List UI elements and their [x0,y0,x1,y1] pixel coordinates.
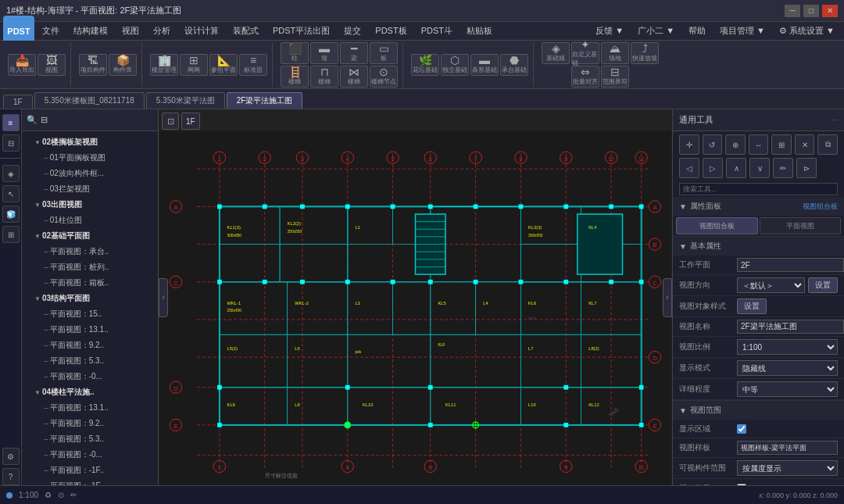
view-icon-offset[interactable]: ⊳ [796,158,817,178]
tree-item-01view[interactable]: ─01平面搁板视图 [22,150,158,166]
tree-item-s0[interactable]: ─平面视图：-0... [22,369,158,384]
panel-viewname-input[interactable] [737,320,844,334]
tree-item-c0[interactable]: ─平面视图：-0... [22,447,158,463]
toolbar-ref-plane-btn[interactable]: 📐 参照平面 [209,54,238,76]
strip-3d-btn[interactable]: 🧊 [2,206,20,223]
tree-item-s13[interactable]: ─平面视图：13.1.. [22,322,158,338]
panel-workplane-input[interactable] [737,258,844,272]
menu-system[interactable]: ⚙ 系统设置 ▼ [773,23,841,38]
panel-showregion-checkbox[interactable] [737,424,746,434]
status-snap[interactable]: ⊙ [58,491,64,499]
menu-help[interactable]: 帮助 [682,23,712,38]
toolbar-batch-align-btn[interactable]: ⇔ 批量对齐 [571,66,599,88]
strip-bottom-btn2[interactable]: ? [2,468,20,485]
tree-group-02[interactable]: ▼ 02楼搁板架视图 [22,134,158,150]
view-icon-scale[interactable]: ⊕ [725,134,746,155]
menu-analysis[interactable]: 分析 [147,23,177,38]
menu-clipboard[interactable]: 粘贴板 [460,23,499,38]
left-panel-collapse-btn[interactable]: › [159,278,168,317]
toolbar-slab-btn[interactable]: ▭ 板 [370,42,398,64]
toolbar-import-btn[interactable]: 📥 导入导出 [8,54,36,76]
menu-structure[interactable]: 结构建模 [67,23,114,38]
toolbar-isolated-btn[interactable]: ⬡ 独立基础 [441,54,469,76]
menu-design[interactable]: 设计计算 [178,23,225,38]
toolbar-grid-btn[interactable]: ⊞ 网网 [180,54,208,76]
toolbar-custom-foundation-btn[interactable]: ◈ 基础规 [542,42,570,64]
canvas-area[interactable]: ⊡ 1F [159,109,672,485]
tree-item-boxslab[interactable]: ─平面视图：箱板.. [22,275,158,291]
panel-objstyle-btn[interactable]: 设置 [737,298,767,314]
strip-section-btn[interactable]: ⊞ [2,226,20,243]
panel-detail-select[interactable]: 中等 [737,381,838,397]
toolbar-strip-btn[interactable]: ▬ 条形基础 [470,54,499,76]
tab-slab[interactable]: 5.350米搂板图_08211718 [34,92,145,109]
tree-group-03struct[interactable]: ▼ 03结构平面图 [22,291,158,306]
tree-item-pilecap[interactable]: ─平面视图：承台.. [22,244,158,259]
toolbar-column-btn[interactable]: ⬛ 柱 [281,42,309,64]
menu-file[interactable]: 文件 [36,23,66,38]
right-panel-search-input[interactable] [679,183,838,195]
toolbar-planter-btn[interactable]: 🌿 花坛基础 [411,54,439,76]
right-panel-more[interactable]: ··· [831,116,838,124]
tree-group-02foundation[interactable]: ▼ 02基础平面图 [22,228,158,244]
toolbar-custom-def-btn[interactable]: ✦ 自定义基础 [571,42,599,64]
toolbar-truss-btn[interactable]: ⋈ 楼梯 [340,66,368,88]
minimize-button[interactable]: ─ [785,5,800,17]
view-icon-trim[interactable]: ∧ [726,158,746,178]
tree-group-04column[interactable]: ▼ 04楼柱平法施.. [22,384,158,400]
panel-range-header[interactable]: ▼ 视图范围 [673,401,844,420]
menu-view[interactable]: 视图 [116,23,145,38]
view-icon-extend[interactable]: ∨ [749,158,770,178]
tree-item-s9[interactable]: ─平面视图：9.2.. [22,338,158,353]
menu-submit[interactable]: 提交 [338,23,367,38]
strip-tree-btn[interactable]: ≡ [2,114,20,131]
toolbar-view-btn[interactable]: 🖼 视图 [38,54,66,76]
status-edit[interactable]: ✏ [70,491,77,499]
panel-dispmode-select[interactable]: 隐藏线 [737,360,838,376]
view-icon-group[interactable]: ▷ [703,158,723,178]
right-panel-collapse-btn[interactable]: ‹ [663,278,672,317]
tree-item-c-1f[interactable]: ─平面视图：-1F.. [22,463,158,478]
tree-group-03[interactable]: ▼ 03出图视图 [22,197,158,213]
tree-item-c9[interactable]: ─平面视图：9.2.. [22,416,158,431]
toolbar-beam-btn[interactable]: ━ 梁 [340,42,368,64]
view-icon-delete[interactable]: ✕ [795,134,815,155]
tree-item-pillar-pos[interactable]: ─01柱位图 [22,213,158,228]
toolbar-stair-btn[interactable]: 🪜 楼梯 [281,66,309,88]
strip-select-btn[interactable]: ↖ [2,185,20,202]
panel-visrange-select[interactable]: 按属度显示 [737,460,838,476]
view-icon-rotate[interactable]: ↺ [703,134,723,155]
menu-feedback[interactable]: 反馈 ▼ [589,23,630,38]
panel-viewdir-set-btn[interactable]: 设置 [808,277,838,293]
toolbar-wall-btn[interactable]: ▬ 墙 [310,42,338,64]
toolbar-project-btn[interactable]: 🏗 项目构件 [79,54,107,76]
toolbar-boundary-btn[interactable]: ⊟ 范围界符 [601,66,629,88]
tab-2f-beam[interactable]: 2F梁平法施工图 [227,92,303,109]
menu-project[interactable]: 项目管理 ▼ [713,23,771,38]
view-icon-copy[interactable]: ⧉ [817,134,838,155]
toolbar-floor-mgmt-btn[interactable]: 🏢 楼层管理 [150,54,178,76]
maximize-button[interactable]: □ [803,5,819,17]
close-button[interactable]: ✕ [822,5,838,17]
view-icon-align[interactable]: ◁ [679,158,699,178]
tree-item-c5[interactable]: ─平面视图：5.3.. [22,431,158,447]
strip-nav-btn[interactable]: ◈ [2,165,20,182]
tab-1f[interactable]: 1F [3,95,33,109]
toolbar-lintel-btn[interactable]: ⊓ 楼梯 [310,66,338,88]
strip-filter-btn[interactable]: ⊟ [2,134,20,152]
toolbar-component-lib-btn[interactable]: 📦 构件库 [109,54,137,76]
menu-user[interactable]: 广小二 ▼ [631,23,681,38]
tree-item-s5[interactable]: ─平面视图：5.3.. [22,353,158,369]
view-icon-mirror[interactable]: ↔ [749,134,769,155]
panel-view-header[interactable]: ▼ 属性面板 视图组合板 [673,197,844,216]
tree-item-pilerow[interactable]: ─平面视图：桩列.. [22,259,158,275]
panel-viewtemplate-input[interactable] [737,441,838,455]
panel-view-plate-btn[interactable]: 视图组合板 [676,217,758,234]
tree-item-s15[interactable]: ─平面视图：15.. [22,306,158,322]
tree-item-c-1f2[interactable]: ─平面视图：-1F.. [22,478,158,485]
menu-pdst-draw[interactable]: PDST平法出图 [266,23,336,38]
tab-beam-plan[interactable]: 5.350米梁平法图 [146,92,225,109]
view-icon-edit[interactable]: ✏ [773,158,793,178]
panel-viewdir-select[interactable]: ＜默认＞ [737,277,805,293]
status-sync[interactable]: ♻ [45,491,52,499]
